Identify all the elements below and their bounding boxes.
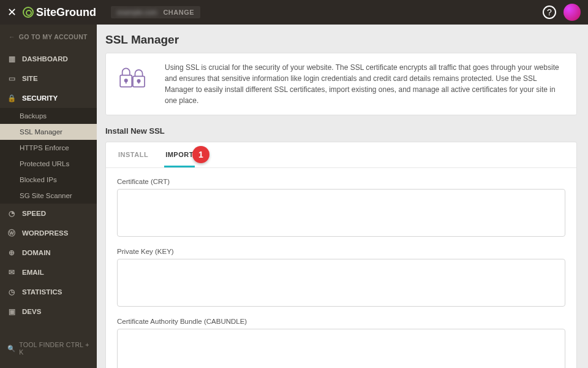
change-site-link[interactable]: CHANGE (163, 9, 194, 16)
logo-text: SiteGround (36, 6, 96, 19)
field-group-crt: Certificate (CRT) (117, 178, 565, 239)
main-content: SSL Manager Using SSL is crucia (97, 25, 588, 368)
sidebar-item-label: SPEED (22, 210, 46, 217)
sidebar-sub-site-scanner[interactable]: SG Site Scanner (0, 188, 97, 204)
sidebar-item-speed[interactable]: ◔ SPEED (0, 204, 97, 223)
sidebar-sub-https-enforce[interactable]: HTTPS Enforce (0, 140, 97, 156)
sidebar-item-dashboard[interactable]: ▦ DASHBOARD (0, 49, 97, 69)
tab-import-label: IMPORT (165, 151, 194, 158)
sidebar-item-label: WORDPRESS (22, 229, 68, 237)
mail-icon: ✉ (7, 268, 16, 277)
window-icon: ▭ (7, 74, 16, 83)
brand-logo[interactable]: SiteGround (23, 6, 96, 19)
sidebar-item-devs[interactable]: ▣ DEVS (0, 302, 97, 321)
sidebar-item-label: EMAIL (22, 269, 44, 276)
sidebar-item-wordpress[interactable]: ⓦ WORDPRESS (0, 223, 97, 243)
key-label: Private Key (KEY) (117, 248, 565, 255)
search-icon: 🔍 (7, 345, 15, 353)
wordpress-icon: ⓦ (7, 229, 16, 237)
clock-icon: ◷ (7, 288, 16, 296)
sidebar-item-label: SECURITY (22, 94, 58, 102)
arrow-left-icon: ← (9, 33, 15, 40)
sidebar-sub-backups[interactable]: Backups (0, 108, 97, 124)
sidebar-item-label: DASHBOARD (22, 55, 68, 63)
lock-icon: 🔒 (7, 94, 16, 102)
tab-import[interactable]: IMPORT 1 (164, 142, 195, 167)
tool-finder-link[interactable]: 🔍 TOOL FINDER CTRL + K (0, 331, 97, 368)
field-group-cabundle: Certificate Authority Bundle (CABUNDLE) (117, 318, 565, 368)
gauge-icon: ◔ (7, 209, 16, 218)
tool-finder-label: TOOL FINDER CTRL + K (19, 341, 89, 356)
go-account-label: GO TO MY ACCOUNT (19, 33, 88, 40)
site-name: example.com (117, 9, 157, 16)
callout-badge-1: 1 (192, 146, 209, 163)
logo-icon (23, 7, 34, 18)
sidebar-sub-protected-urls[interactable]: Protected URLs (0, 156, 97, 172)
close-icon[interactable]: ✕ (7, 6, 17, 19)
sidebar-item-label: DEVS (22, 308, 41, 315)
sidebar-sub-blocked-ips[interactable]: Blocked IPs (0, 172, 97, 188)
sidebar-item-email[interactable]: ✉ EMAIL (0, 263, 97, 282)
svg-point-1 (125, 79, 127, 82)
sidebar-item-label: SITE (22, 75, 38, 82)
grid-icon: ▦ (7, 55, 16, 63)
crt-input[interactable] (117, 189, 565, 237)
tab-install[interactable]: INSTALL (117, 142, 149, 167)
site-chip: example.com CHANGE (111, 6, 200, 18)
globe-icon: ⊕ (7, 248, 16, 257)
go-to-account-link[interactable]: ← GO TO MY ACCOUNT (0, 25, 97, 49)
key-input[interactable] (117, 259, 565, 307)
cabundle-label: Certificate Authority Bundle (CABUNDLE) (117, 318, 565, 325)
security-submenu: Backups SSL Manager HTTPS Enforce Protec… (0, 108, 97, 204)
tabs: INSTALL IMPORT 1 (106, 142, 576, 168)
top-bar: ✕ SiteGround example.com CHANGE ? (0, 0, 588, 25)
intro-text: Using SSL is crucial for the security of… (165, 62, 565, 106)
padlock-illustration-icon (117, 62, 149, 106)
crt-label: Certificate (CRT) (117, 178, 565, 185)
install-ssl-panel: INSTALL IMPORT 1 Certificate (CRT) Priva… (105, 142, 577, 368)
field-group-key: Private Key (KEY) (117, 248, 565, 309)
svg-point-4 (137, 80, 140, 82)
sidebar-sub-ssl-manager[interactable]: SSL Manager (0, 124, 97, 140)
section-title: Install New SSL (105, 126, 577, 136)
sidebar-item-label: STATISTICS (22, 288, 62, 296)
sidebar: ← GO TO MY ACCOUNT ▦ DASHBOARD ▭ SITE 🔒 … (0, 25, 97, 368)
sidebar-item-statistics[interactable]: ◷ STATISTICS (0, 282, 97, 302)
intro-card: Using SSL is crucial for the security of… (105, 53, 577, 115)
sidebar-item-domain[interactable]: ⊕ DOMAIN (0, 243, 97, 263)
cabundle-input[interactable] (117, 329, 565, 368)
sidebar-item-label: DOMAIN (22, 249, 51, 256)
avatar[interactable] (564, 4, 581, 21)
terminal-icon: ▣ (7, 307, 16, 316)
help-icon[interactable]: ? (543, 6, 556, 19)
page-title: SSL Manager (105, 33, 577, 47)
sidebar-item-site[interactable]: ▭ SITE (0, 69, 97, 88)
sidebar-item-security[interactable]: 🔒 SECURITY (0, 88, 97, 108)
